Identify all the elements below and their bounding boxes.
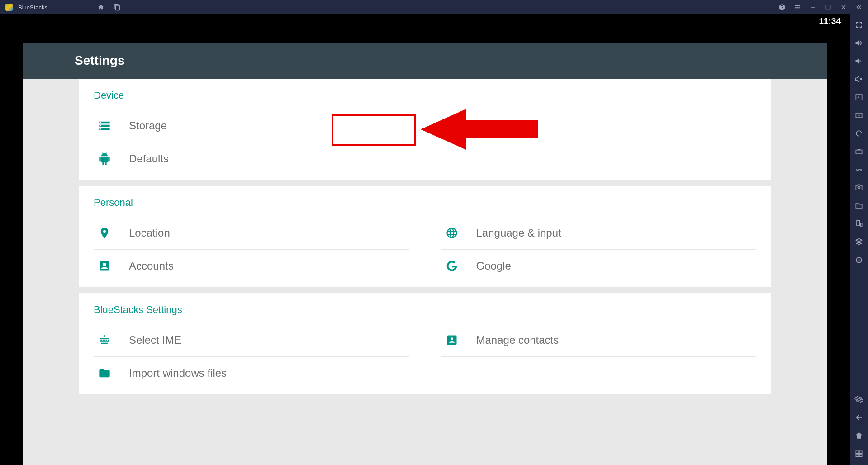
help-icon[interactable] bbox=[778, 4, 786, 11]
folder-icon bbox=[98, 367, 111, 380]
item-manage-contacts[interactable]: Manage contacts bbox=[441, 324, 757, 357]
item-label: Language & input bbox=[476, 227, 561, 239]
section-personal: Personal Location Language & input bbox=[79, 186, 771, 287]
item-label: Google bbox=[476, 260, 511, 272]
settings-header: Settings bbox=[23, 43, 827, 79]
fullscreen-icon[interactable] bbox=[854, 20, 864, 30]
android-status-bar: 11:34 bbox=[0, 14, 850, 28]
window-titlebar: BlueStacks bbox=[0, 0, 868, 14]
section-title-bluestacks: BlueStacks Settings bbox=[94, 304, 756, 316]
item-storage[interactable]: Storage bbox=[94, 109, 409, 142]
back-icon[interactable] bbox=[854, 413, 864, 422]
item-label: Storage bbox=[129, 119, 167, 132]
section-title-device: Device bbox=[94, 90, 756, 101]
contacts-icon bbox=[446, 334, 458, 346]
item-label: Accounts bbox=[129, 260, 174, 272]
close-icon[interactable] bbox=[840, 4, 847, 11]
keyboard-icon bbox=[98, 334, 111, 346]
svg-point-5 bbox=[858, 259, 859, 261]
item-label: Import windows files bbox=[129, 367, 227, 380]
collapse-sidebar-icon[interactable] bbox=[855, 4, 863, 11]
settings-shell: Settings Device Storage bbox=[23, 43, 827, 465]
settings-icon[interactable] bbox=[854, 394, 864, 404]
macro-icon[interactable] bbox=[854, 110, 864, 120]
android-icon bbox=[98, 152, 111, 165]
app-title: BlueStacks bbox=[18, 4, 47, 11]
minimize-icon[interactable] bbox=[809, 4, 816, 11]
svg-point-3 bbox=[858, 187, 860, 189]
home-icon[interactable] bbox=[97, 4, 104, 11]
toolbox-icon[interactable] bbox=[854, 147, 864, 157]
item-apps[interactable]: Apps bbox=[441, 109, 757, 142]
screenshot-icon[interactable] bbox=[854, 183, 864, 193]
item-label: Select IME bbox=[129, 334, 181, 346]
item-select-ime[interactable]: Select IME bbox=[94, 324, 409, 357]
app-container: 11:34 Settings Device Storage bbox=[0, 14, 850, 465]
item-label: Manage contacts bbox=[476, 334, 559, 346]
keymap-icon[interactable] bbox=[854, 92, 864, 102]
account-icon bbox=[98, 260, 111, 272]
svg-text:APK: APK bbox=[856, 168, 863, 172]
media-folder-icon[interactable] bbox=[854, 201, 864, 211]
bluestacks-logo-icon bbox=[5, 4, 13, 11]
section-bluestacks: BlueStacks Settings Select IME Manage co… bbox=[79, 293, 771, 394]
section-title-personal: Personal bbox=[94, 197, 756, 209]
copy-icon[interactable] bbox=[114, 4, 121, 11]
location-icon bbox=[98, 227, 111, 239]
menu-icon[interactable] bbox=[794, 4, 801, 11]
volume-up-icon[interactable] bbox=[854, 38, 864, 48]
item-label: Location bbox=[129, 227, 170, 239]
item-label: Apps bbox=[476, 119, 501, 132]
volume-down-icon[interactable] bbox=[854, 56, 864, 66]
item-accounts[interactable]: Accounts bbox=[94, 250, 409, 282]
multi-instance-icon[interactable] bbox=[854, 237, 864, 247]
item-google[interactable]: Google bbox=[441, 250, 757, 282]
section-device: Device Storage Apps bbox=[79, 79, 771, 180]
item-location[interactable]: Location bbox=[94, 217, 409, 250]
location-icon[interactable] bbox=[854, 255, 864, 265]
item-defaults[interactable]: Defaults bbox=[94, 142, 409, 175]
google-icon bbox=[446, 260, 458, 272]
item-language-input[interactable]: Language & input bbox=[441, 217, 757, 250]
rotate-icon[interactable] bbox=[854, 219, 864, 229]
item-import-files[interactable]: Import windows files bbox=[94, 357, 409, 389]
item-label: Defaults bbox=[129, 152, 169, 165]
recents-icon[interactable] bbox=[854, 449, 864, 459]
svg-point-1 bbox=[858, 114, 859, 116]
settings-body: Device Storage Apps bbox=[23, 79, 827, 463]
maximize-icon[interactable] bbox=[825, 4, 832, 11]
install-apk-icon[interactable]: APK bbox=[854, 165, 864, 175]
home-nav-icon[interactable] bbox=[854, 431, 864, 441]
storage-icon bbox=[98, 119, 111, 132]
volume-mute-icon[interactable] bbox=[854, 74, 864, 84]
right-toolbar: APK bbox=[850, 14, 868, 465]
android-icon bbox=[446, 119, 458, 132]
status-time: 11:34 bbox=[819, 16, 841, 26]
sync-icon[interactable] bbox=[854, 128, 864, 138]
globe-icon bbox=[446, 227, 458, 239]
